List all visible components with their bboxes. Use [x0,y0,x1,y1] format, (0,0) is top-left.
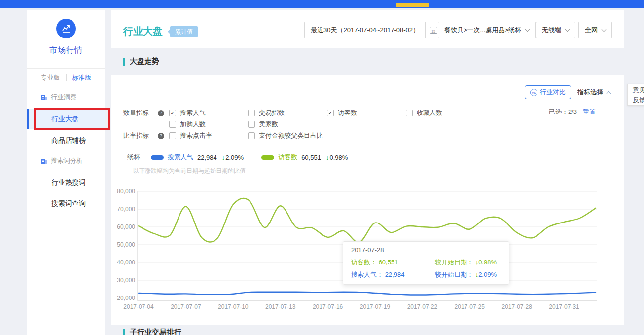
svg-text:2017-07-04: 2017-07-04 [123,303,154,310]
quantity-indicator-label: 数量指标 [123,109,158,117]
sidebar-item-hot-search-words[interactable]: 行业热搜词 [51,176,86,188]
svg-text:70,000: 70,000 [117,206,135,213]
svg-text:2017-07-07: 2017-07-07 [171,303,201,310]
unchecked-checkbox-icon[interactable] [248,121,255,128]
checkbox-交易指数[interactable]: 交易指数 [248,109,327,117]
quantity-filter-row-1: 数量指标 ? ✓搜索人气交易指数✓访客数收藏人数 [123,109,485,117]
svg-text:40,000: 40,000 [117,259,135,266]
legend-name-visitors[interactable]: 访客数 [278,153,297,162]
svg-text:2017-07-16: 2017-07-16 [313,303,343,310]
top-nav-bar [0,0,644,8]
svg-text:2017-07-10: 2017-07-10 [218,303,249,310]
sidebar-group-search-word-analysis[interactable]: 搜索词分析 [41,155,83,167]
chevron-down-icon [525,27,530,32]
trend-panel: vs 行业对比 指标选择 数量指标 ? ✓搜索人气交易指数✓访客数收藏人数 加购… [111,75,624,325]
tab-standard-version[interactable]: 标准版 [67,74,98,82]
svg-text:50,000: 50,000 [117,241,135,248]
legend-value-visitors: 60,551 [301,154,321,161]
checkbox-访客数[interactable]: ✓访客数 [327,109,406,117]
app-title: 市场行情 [27,45,105,56]
svg-text:2017-07-19: 2017-07-19 [360,303,391,310]
tooltip-date: 2017-07-28 [351,246,501,254]
chart-legend: 纸杯 搜索人气 22,984 ↓ 2.09% 访客数 60,551 ↓ 0.98… [127,153,365,162]
ratio-indicator-label: 比率指标 [123,131,158,140]
section-accent-bar [123,58,125,66]
sidebar-item-search-word-query[interactable]: 搜索词查询 [51,197,86,209]
active-indicator-bar [27,109,29,129]
red-highlight-annotation [34,108,110,130]
checkbox-卖家数[interactable]: 卖家数 [248,120,327,129]
svg-text:2017-07-25: 2017-07-25 [455,303,485,310]
category-dropdown[interactable]: 餐饮具>一次...桌用品>纸杯 [438,22,536,38]
sidebar-item-product-shop-rank[interactable]: 商品店铺榜 [51,134,86,146]
checkbox-搜索人气[interactable]: ✓搜索人气 [169,109,248,117]
svg-text:60,000: 60,000 [117,223,135,230]
date-range-control[interactable]: 最近30天（2017-07-04~2017-08-02） 15 [304,22,442,38]
legend-value-search: 22,984 [197,154,217,161]
terminal-dropdown[interactable]: 无线端 [536,22,575,38]
checked-checkbox-icon[interactable]: ✓ [169,110,176,116]
down-arrow-icon: ↓ [326,154,329,161]
ratio-filter-row: 比率指标 ? 搜索点击率支付金额较父类目占比 [123,131,327,140]
checkbox-加购人数[interactable]: 加购人数 [169,120,248,129]
unchecked-checkbox-icon[interactable] [248,110,255,116]
help-icon[interactable]: ? [158,110,164,116]
page-title: 行业大盘 [123,25,163,38]
scope-dropdown[interactable]: 全网 [578,22,612,38]
svg-text:2017-07-13: 2017-07-13 [265,303,296,310]
chevron-down-icon [602,27,607,32]
svg-text:2017-07-28: 2017-07-28 [501,303,532,310]
date-range-value[interactable]: 最近30天（2017-07-04~2017-08-02） [305,22,425,38]
legend-change-search: 2.09% [225,154,244,161]
legend-pill-search[interactable] [151,155,164,160]
svg-text:2017-07-31: 2017-07-31 [549,303,579,310]
chevron-up-icon [607,91,611,96]
page-header: 行业大盘 累计值 最近30天（2017-07-04~2017-08-02） 15… [111,10,624,48]
unchecked-checkbox-icon[interactable] [406,110,413,116]
svg-text:80,000: 80,000 [117,188,135,195]
trend-note: 以下涨跌幅均为当前日期与起始日期的比值 [133,167,246,175]
indicator-select-toggle[interactable]: 指标选择 [577,85,610,99]
section-title-subindustry-rank: 子行业交易排行 [123,328,181,335]
svg-text:30,000: 30,000 [117,277,135,284]
unchecked-checkbox-icon[interactable] [169,121,176,128]
sidebar: 市场行情 专业版 标准版 行业洞察 行业大盘 商品店铺榜 搜索词分析 行业热搜词… [27,10,105,335]
legend-name-search[interactable]: 搜索人气 [168,153,193,162]
svg-text:2017-07-22: 2017-07-22 [407,303,438,310]
legend-category: 纸杯 [127,153,140,162]
checkbox-支付金额较父类目占比[interactable]: 支付金额较父类目占比 [248,131,327,140]
buildings-icon [41,94,47,101]
unchecked-checkbox-icon[interactable] [248,132,255,139]
down-arrow-icon: ↓ [222,154,225,161]
svg-text:20,000: 20,000 [117,295,135,301]
feedback-tab[interactable]: 意见 反馈 [627,84,644,106]
vs-icon: vs [530,89,537,96]
selection-status: 已选：2/3 重置 [549,108,596,116]
legend-change-visitors: 0.98% [329,154,348,161]
checked-checkbox-icon[interactable]: ✓ [327,110,334,116]
legend-pill-visitors[interactable] [261,155,274,160]
unchecked-checkbox-icon[interactable] [169,132,176,139]
cumulative-value-badge: 累计值 [170,26,198,37]
quantity-filter-row-2: 加购人数卖家数 [123,120,327,129]
line-series-搜索人气 [139,292,596,295]
trend-chart-icon [61,23,72,34]
chevron-down-icon [565,27,570,32]
reset-link[interactable]: 重置 [583,108,596,116]
industry-compare-button[interactable]: vs 行业对比 [525,85,571,99]
sidebar-group-industry-insight[interactable]: 行业洞察 [41,91,76,103]
section-accent-bar [123,329,125,335]
buildings-icon [41,158,47,164]
active-nav-indicator [396,3,429,7]
version-tabs: 专业版 标准版 [27,68,105,87]
line-series-访客数 [139,198,596,243]
section-title-trend: 大盘走势 [123,57,159,66]
chart-tooltip: 2017-07-28 访客数： 60,551 较开始日期： ↓0.98% 搜索人… [343,241,509,285]
help-icon[interactable]: ? [158,133,164,139]
checkbox-收藏人数[interactable]: 收藏人数 [406,109,485,117]
checkbox-搜索点击率[interactable]: 搜索点击率 [169,131,248,140]
calendar-icon: 15 [430,27,437,34]
market-logo [56,19,76,38]
selected-count: 已选：2/3 [549,108,577,116]
tab-pro-version[interactable]: 专业版 [35,74,66,82]
